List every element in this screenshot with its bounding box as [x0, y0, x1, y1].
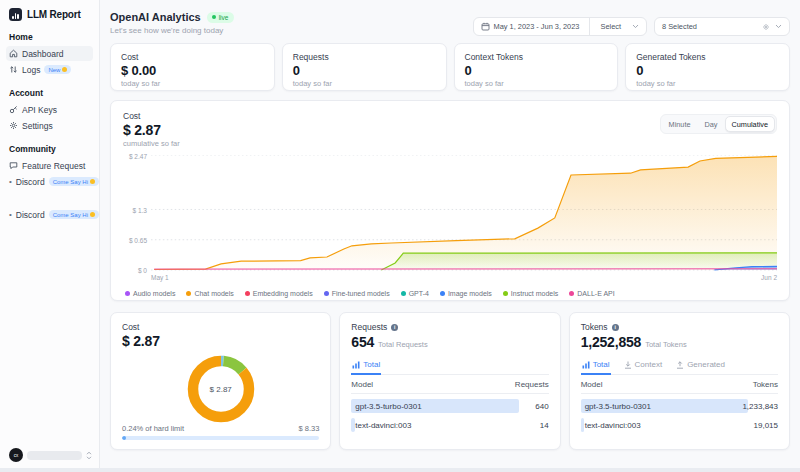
table-row[interactable]: gpt-3.5-turbo-0301 640 — [351, 399, 548, 413]
tab-total[interactable]: Total — [581, 358, 611, 375]
range-day-button[interactable]: Day — [698, 116, 725, 132]
requests-table: Model Requests gpt-3.5-turbo-0301 640 te… — [351, 375, 548, 432]
requests-tabs: Total — [351, 358, 548, 375]
card-value: 654 — [351, 334, 374, 350]
chart-caption: cumulative so far — [123, 139, 777, 148]
tab-total[interactable]: Total — [351, 358, 381, 375]
live-dot-icon — [212, 15, 216, 19]
live-badge: live — [207, 12, 235, 23]
hard-limit-progress — [122, 436, 319, 440]
donut-center-label: $ 2.87 — [210, 385, 232, 394]
page-subtitle: Let's see how we're doing today — [110, 26, 234, 35]
legend-dot-icon — [440, 291, 445, 296]
cost-chart: $ 2.47 $ 1.3 $ 0.65 $ 0 — [123, 155, 777, 271]
card-title: Tokens — [581, 322, 608, 332]
date-range-value: May 1, 2023 - Jun 3, 2023 — [494, 22, 580, 31]
chart-legend: Audio models Chat models Embedding model… — [125, 290, 777, 297]
gear-icon — [9, 121, 18, 130]
llm-report-logo-icon — [9, 8, 22, 21]
range-cumulative-button[interactable]: Cumulative — [725, 116, 776, 132]
calendar-icon — [481, 22, 490, 31]
user-menu[interactable]: cx — [9, 448, 92, 462]
table-row[interactable]: text-davinci:003 19,015 — [581, 418, 778, 432]
chat-bubble-icon — [9, 161, 18, 170]
gear-icon — [762, 23, 770, 31]
table-row[interactable]: text-davinci:003 14 — [351, 418, 548, 432]
stat-card-cost: Cost $ 0.00 today so far — [110, 43, 275, 91]
row-value: 640 — [535, 402, 548, 411]
stat-value: 0 — [293, 63, 436, 78]
legend-item: Embedding models — [245, 290, 313, 297]
legend-item: Image models — [440, 290, 492, 297]
sidebar-item-api-keys[interactable]: API Keys — [6, 102, 93, 117]
models-selected-value: 8 Selected — [662, 22, 762, 31]
tab-generated[interactable]: Generated — [675, 358, 726, 375]
discord-badge-1: Come Say Hi — [49, 177, 99, 186]
sidebar-item-discord-2[interactable]: • Discord Come Say Hi — [6, 207, 93, 222]
models-dropdown[interactable]: 8 Selected — [654, 17, 790, 36]
sidebar-item-discord-1[interactable]: • Discord Come Say Hi — [6, 174, 93, 189]
tab-context[interactable]: Context — [623, 358, 664, 375]
sidebar-item-label: API Keys — [22, 105, 57, 115]
info-icon[interactable]: i — [391, 324, 398, 331]
bottom-scrollbar — [0, 468, 800, 472]
waving-hand-icon — [90, 212, 95, 217]
stat-label: Context Tokens — [465, 52, 608, 62]
sidebar-section-account: Account — [9, 88, 90, 98]
card-value: 1,252,858 — [581, 334, 641, 350]
stat-caption: today so far — [121, 79, 264, 88]
upload-icon — [676, 361, 684, 369]
legend-item: Chat models — [186, 290, 233, 297]
legend-dot-icon — [324, 291, 329, 296]
select-dropdown[interactable]: Select — [594, 22, 623, 31]
sidebar-section-community: Community — [9, 144, 90, 154]
legend-dot-icon — [125, 291, 130, 296]
card-title: Cost — [122, 322, 319, 332]
chevron-updown-icon — [86, 451, 92, 460]
cost-donut-chart: $ 2.87 — [182, 350, 260, 428]
stat-label: Requests — [293, 52, 436, 62]
legend-dot-icon — [245, 291, 250, 296]
table-row[interactable]: gpt-3.5-turbo-0301 1,233,843 — [581, 399, 778, 413]
card-caption: Total Tokens — [645, 340, 687, 349]
sidebar-item-feature-request[interactable]: Feature Request — [6, 158, 93, 173]
info-icon[interactable]: i — [612, 324, 619, 331]
stat-value: $ 0.00 — [121, 63, 264, 78]
legend-item: Instruct models — [503, 290, 558, 297]
legend-dot-icon — [503, 291, 508, 296]
x-axis-labels: May 1 Jun 2 — [151, 274, 777, 281]
page-header: OpenAI Analytics live Let's see how we'r… — [110, 8, 790, 36]
model-name: text-davinci:003 — [351, 421, 411, 430]
tokens-card: Tokens i 1,252,858 Total Tokens Total Co… — [569, 312, 790, 450]
row-value: 19,015 — [754, 421, 778, 430]
chevron-down-icon — [775, 24, 782, 29]
table-header: Model Tokens — [581, 375, 778, 394]
logo[interactable]: LLM Report — [9, 8, 90, 21]
sidebar-item-label: Settings — [22, 121, 53, 131]
stat-value: 0 — [636, 63, 779, 78]
discord-badge-2: Come Say Hi — [49, 210, 99, 219]
card-title: Requests — [351, 322, 387, 332]
sidebar-item-label: Discord — [16, 210, 45, 220]
app: LLM Report Home Dashboard Logs New Accou… — [0, 0, 800, 472]
bar-chart-icon — [352, 361, 360, 369]
stat-card-requests: Requests 0 today so far — [282, 43, 447, 91]
table-header: Model Requests — [351, 375, 548, 394]
sidebar-item-settings[interactable]: Settings — [6, 118, 93, 133]
cost-breakdown-card: Cost $ 2.87 $ 2.87 0.24% of hard limit $… — [110, 312, 331, 450]
tokens-table: Model Tokens gpt-3.5-turbo-0301 1,233,84… — [581, 375, 778, 432]
sidebar-item-logs[interactable]: Logs New — [6, 62, 93, 77]
sidebar-item-dashboard[interactable]: Dashboard — [6, 46, 93, 61]
username-skeleton — [27, 451, 82, 460]
card-value: $ 2.87 — [122, 333, 319, 349]
sidebar-item-label: Dashboard — [22, 49, 64, 59]
range-minute-button[interactable]: Minute — [662, 116, 698, 132]
model-name: gpt-3.5-turbo-0301 — [581, 402, 651, 411]
date-range-picker[interactable]: May 1, 2023 - Jun 3, 2023 Select — [473, 17, 647, 36]
stat-card-generated-tokens: Generated Tokens 0 today so far — [625, 43, 790, 91]
stat-caption: today so far — [465, 79, 608, 88]
bullet-icon: • — [9, 210, 12, 219]
sidebar-item-label: Logs — [22, 65, 40, 75]
legend-dot-icon — [401, 291, 406, 296]
sidebar-section-home: Home — [9, 32, 90, 42]
